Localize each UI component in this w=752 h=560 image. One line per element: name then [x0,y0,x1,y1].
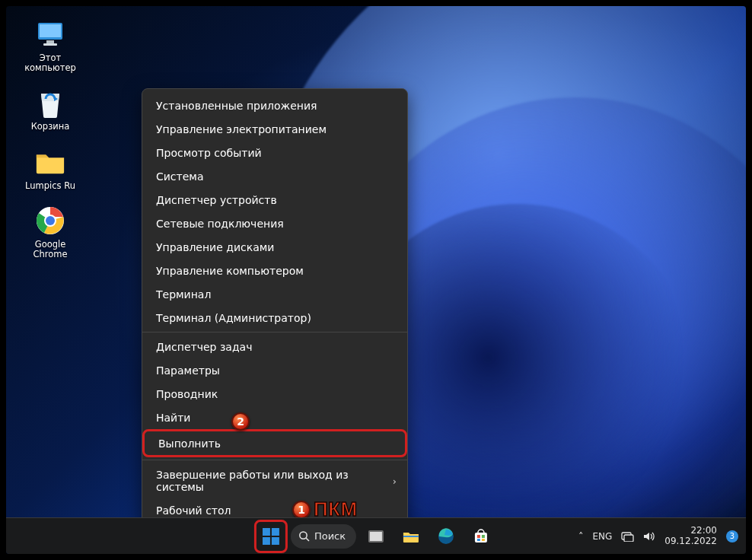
desktop-icon-label: Lumpics Ru [25,181,75,191]
menu-separator [142,460,407,460]
svg-rect-2 [46,40,54,43]
svg-rect-15 [370,532,382,541]
svg-point-12 [300,532,307,539]
desktop-icon-chrome[interactable]: Google Chrome [21,205,79,259]
volume-icon[interactable] [643,531,655,542]
recycle-bin-icon [34,87,66,119]
system-tray: ˄ ENG 22:00 09.12.2022 3 [578,526,738,547]
menu-item-task-manager[interactable]: Диспетчер задач [142,335,407,358]
menu-item-disk-mgmt[interactable]: Управление дисками [142,235,407,259]
annotation-badge-2: 2 [231,412,250,431]
svg-line-13 [306,538,309,541]
tray-date: 09.12.2022 [664,536,717,547]
tray-chevron-up-icon[interactable]: ˄ [578,530,584,542]
menu-item-installed-apps[interactable]: Установленные приложения [142,94,407,117]
task-view-icon [368,530,384,542]
search-icon [298,530,310,542]
folder-icon [403,530,419,543]
start-button[interactable] [256,521,286,552]
svg-rect-20 [482,535,485,538]
svg-rect-22 [482,539,485,541]
windows-icon [263,528,279,545]
desktop-icon-folder[interactable]: Lumpics Ru [21,146,79,191]
taskbar-edge[interactable] [431,521,461,552]
taskbar-search[interactable]: Поиск [291,524,356,549]
desktop-icon-label: Этот компьютер [21,53,79,73]
folder-icon [34,146,66,178]
start-context-menu: Установленные приложения Управление элек… [142,88,408,527]
menu-item-system[interactable]: Система [142,164,407,188]
svg-rect-10 [263,537,270,545]
menu-item-shutdown[interactable]: Завершение работы или выход из системы › [142,463,407,498]
menu-item-event-viewer[interactable]: Просмотр событий [142,141,407,164]
svg-rect-18 [475,533,487,542]
network-icon[interactable] [621,531,634,542]
store-icon [473,529,489,544]
monitor-icon [34,18,66,50]
menu-item-network-connections[interactable]: Сетевые подключения [142,212,407,235]
taskbar: Поиск ˄ ENG 22:00 09.12.2022 [6,517,746,554]
search-label: Поиск [314,530,346,542]
svg-rect-3 [43,43,57,46]
desktop-icon-this-pc[interactable]: Этот компьютер [21,18,79,73]
tray-clock[interactable]: 22:00 09.12.2022 [664,526,717,547]
svg-rect-16 [403,536,419,537]
menu-separator [142,332,407,332]
taskbar-explorer[interactable] [396,521,426,552]
taskbar-task-view[interactable] [361,521,391,552]
taskbar-store[interactable] [466,521,496,552]
menu-item-explorer[interactable]: Проводник [142,382,407,406]
menu-item-settings[interactable]: Параметры [142,358,407,382]
chevron-right-icon: › [393,475,397,486]
svg-rect-21 [477,539,480,541]
svg-rect-9 [272,528,279,536]
svg-rect-19 [477,535,480,538]
tray-notifications[interactable]: 3 [726,530,738,542]
desktop-icons: Этот компьютер Корзина Lumpics Ru Google… [21,18,79,259]
tray-language[interactable]: ENG [592,531,612,542]
svg-rect-24 [624,535,633,542]
menu-item-search[interactable]: Найти [142,406,407,429]
desktop-icon-label: Корзина [31,122,70,132]
edge-icon [438,528,454,545]
menu-item-terminal-admin[interactable]: Терминал (Администратор) [142,306,407,329]
annotation-badge-1: 1 [292,501,311,519]
svg-rect-8 [263,528,270,536]
menu-item-terminal[interactable]: Терминал [142,282,407,306]
svg-point-7 [46,216,55,225]
menu-item-computer-mgmt[interactable]: Управление компьютером [142,259,407,282]
tray-time: 22:00 [664,526,717,536]
chrome-icon [34,205,66,237]
svg-rect-11 [272,537,279,545]
desktop-icon-label: Google Chrome [21,240,79,259]
menu-item-run[interactable]: Выполнить [142,429,407,457]
desktop-icon-recycle-bin[interactable]: Корзина [21,87,79,132]
menu-item-device-manager[interactable]: Диспетчер устройств [142,188,407,212]
svg-rect-1 [40,24,61,37]
menu-item-power-mgmt[interactable]: Управление электропитанием [142,117,407,141]
